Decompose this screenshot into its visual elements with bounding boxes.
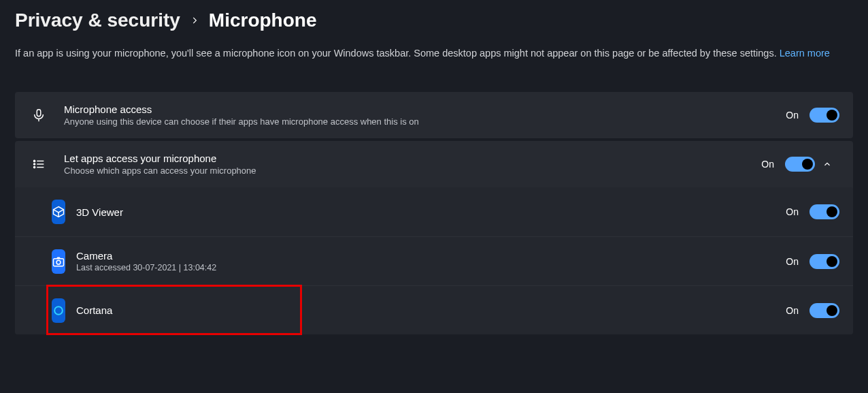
breadcrumb-parent[interactable]: Privacy & security bbox=[15, 10, 180, 31]
mic-access-toggle[interactable] bbox=[809, 108, 839, 123]
learn-more-link[interactable]: Learn more bbox=[780, 48, 830, 59]
svg-point-11 bbox=[56, 260, 61, 264]
app-toggle-3d-viewer[interactable] bbox=[809, 204, 839, 219]
app-name: 3D Viewer bbox=[76, 206, 786, 218]
mic-access-state: On bbox=[786, 110, 799, 121]
page-description: If an app is using your microphone, you'… bbox=[15, 46, 853, 61]
description-text: If an app is using your microphone, you'… bbox=[15, 48, 780, 59]
apps-access-header[interactable]: Let apps access your microphone Choose w… bbox=[15, 141, 853, 187]
apps-access-toggle[interactable] bbox=[785, 157, 815, 172]
apps-access-title: Let apps access your microphone bbox=[64, 153, 761, 164]
app-state: On bbox=[786, 256, 799, 267]
app-row-3d-viewer: 3D Viewer On bbox=[15, 187, 853, 236]
svg-point-2 bbox=[33, 160, 35, 161]
app-row-cortana: Cortana On bbox=[15, 285, 853, 334]
app-icon-camera bbox=[52, 249, 65, 274]
breadcrumb: Privacy & security Microphone bbox=[15, 10, 853, 31]
apps-access-card: Let apps access your microphone Choose w… bbox=[15, 141, 853, 334]
microphone-access-card: Microphone access Anyone using this devi… bbox=[15, 92, 853, 138]
app-list: 3D Viewer On Camera Last accessed 30-07-… bbox=[15, 187, 853, 334]
mic-access-subtitle: Anyone using this device can choose if t… bbox=[64, 116, 786, 127]
mic-access-title: Microphone access bbox=[64, 104, 786, 115]
app-toggle-camera[interactable] bbox=[809, 254, 839, 269]
app-toggle-cortana[interactable] bbox=[809, 303, 839, 318]
svg-point-12 bbox=[54, 306, 63, 315]
chevron-right-icon bbox=[190, 16, 199, 25]
app-state: On bbox=[786, 305, 799, 316]
svg-rect-10 bbox=[54, 258, 64, 266]
chevron-up-icon[interactable] bbox=[815, 159, 839, 169]
microphone-icon bbox=[31, 108, 64, 123]
app-row-camera: Camera Last accessed 30-07-2021 | 13:04:… bbox=[15, 236, 853, 285]
app-name: Camera bbox=[76, 250, 786, 262]
apps-access-state: On bbox=[761, 159, 774, 170]
list-icon bbox=[31, 157, 64, 172]
app-icon-3d-viewer bbox=[52, 200, 65, 224]
svg-point-6 bbox=[33, 166, 35, 168]
svg-point-4 bbox=[33, 163, 35, 165]
app-name: Cortana bbox=[76, 304, 786, 316]
app-state: On bbox=[786, 206, 799, 217]
app-icon-cortana bbox=[52, 298, 65, 323]
breadcrumb-current: Microphone bbox=[209, 10, 317, 31]
app-sub: Last accessed 30-07-2021 | 13:04:42 bbox=[76, 263, 786, 272]
apps-access-subtitle: Choose which apps can access your microp… bbox=[64, 166, 761, 176]
svg-rect-0 bbox=[37, 110, 41, 116]
